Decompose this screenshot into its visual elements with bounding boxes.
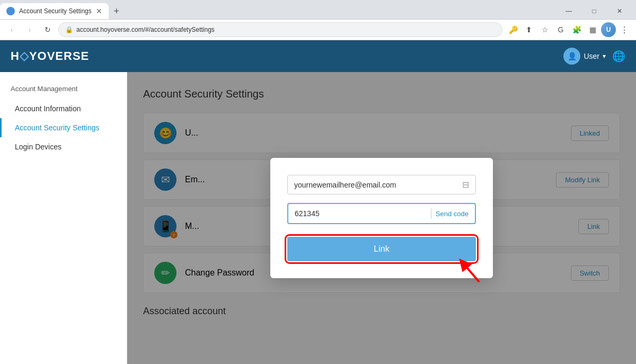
- address-bar: ‹ › ↻ 🔒 account.hoyoverse.com/#/account/…: [0, 19, 636, 40]
- code-divider: [431, 208, 431, 219]
- tab-close-button[interactable]: ✕: [96, 7, 102, 15]
- tab-favicon: [6, 7, 15, 15]
- link-email-modal: ⊟ Send code Link: [270, 158, 493, 278]
- email-input-wrap[interactable]: ⊟: [287, 175, 476, 194]
- tab-bar: Account Security Settings ✕ + — □ ✕: [0, 0, 636, 19]
- maximize-button[interactable]: □: [582, 3, 606, 19]
- window-controls: — □ ✕: [556, 3, 636, 19]
- extension-g-icon[interactable]: G: [553, 22, 568, 37]
- verification-code-input[interactable]: [295, 209, 427, 218]
- sidebar-item-account-security[interactable]: Account Security Settings: [0, 118, 127, 137]
- main-content: Account Security Settings 😊 U... Linked …: [127, 72, 636, 364]
- key-icon[interactable]: 🔑: [506, 22, 520, 37]
- header-username: User: [584, 52, 599, 60]
- header-user-menu[interactable]: 👤 User ▾: [563, 48, 606, 65]
- url-text: account.hoyoverse.com/#/account/safetySe…: [76, 26, 496, 33]
- send-code-button[interactable]: Send code: [436, 210, 469, 218]
- back-button[interactable]: ‹: [4, 22, 19, 37]
- logo: H◇YOVERSE: [11, 49, 89, 63]
- browser-chrome: Account Security Settings ✕ + — □ ✕ ‹ › …: [0, 0, 636, 40]
- tab-title: Account Security Settings: [19, 7, 92, 15]
- sidebar-toggle-icon[interactable]: ▦: [585, 22, 600, 37]
- share-icon[interactable]: ⬆: [522, 22, 536, 37]
- sidebar-section-title: Account Management: [0, 85, 127, 99]
- minimize-button[interactable]: —: [556, 3, 581, 19]
- sidebar-item-login-devices[interactable]: Login Devices: [0, 137, 127, 156]
- chrome-menu-button[interactable]: ⋮: [617, 22, 632, 37]
- lock-icon: 🔒: [65, 26, 73, 33]
- bookmark-icon[interactable]: ☆: [537, 22, 552, 37]
- active-tab[interactable]: Account Security Settings ✕: [0, 3, 109, 19]
- modal-overlay: ⊟ Send code Link: [127, 72, 636, 364]
- profile-button[interactable]: U: [601, 22, 616, 37]
- header-dropdown-icon: ▾: [603, 52, 606, 60]
- link-button[interactable]: Link: [287, 237, 476, 261]
- sidebar-item-account-information[interactable]: Account Information: [0, 99, 127, 118]
- url-bar[interactable]: 🔒 account.hoyoverse.com/#/account/safety…: [58, 22, 502, 37]
- svg-line-1: [463, 263, 479, 282]
- header-avatar: 👤: [563, 48, 580, 65]
- refresh-button[interactable]: ↻: [40, 22, 55, 37]
- puzzle-icon[interactable]: 🧩: [569, 22, 584, 37]
- email-field-icon: ⊟: [462, 180, 469, 190]
- new-tab-button[interactable]: +: [109, 3, 125, 19]
- close-button[interactable]: ✕: [607, 3, 632, 19]
- email-input[interactable]: [294, 181, 462, 189]
- link-button-container: Link: [287, 237, 476, 261]
- logo-text: H◇YOVERSE: [11, 49, 89, 63]
- app-header: H◇YOVERSE 👤 User ▾ 🌐: [0, 40, 636, 72]
- forward-button[interactable]: ›: [22, 22, 37, 37]
- code-input-wrap[interactable]: Send code: [287, 203, 476, 224]
- app-body: Account Management Account Information A…: [0, 72, 636, 364]
- app-wrapper: H◇YOVERSE 👤 User ▾ 🌐 Account Management …: [0, 40, 636, 364]
- language-selector[interactable]: 🌐: [612, 50, 625, 63]
- sidebar: Account Management Account Information A…: [0, 72, 127, 364]
- address-actions: 🔑 ⬆ ☆ G 🧩 ▦ U ⋮: [506, 22, 632, 37]
- arrow-annotation: [453, 253, 484, 287]
- header-right: 👤 User ▾ 🌐: [563, 48, 625, 65]
